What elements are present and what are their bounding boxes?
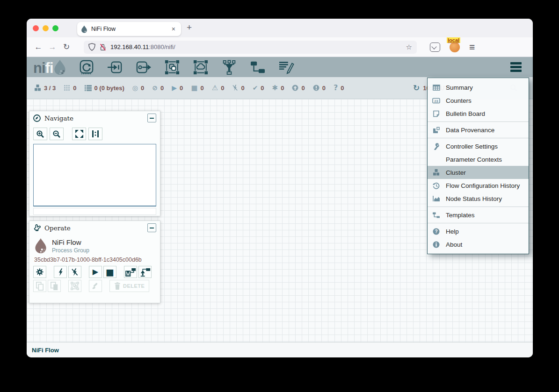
- tab-title: NiFi Flow: [91, 26, 170, 32]
- menu-item-summary[interactable]: Summary: [428, 81, 529, 94]
- play-icon: ▶: [93, 268, 98, 276]
- label-component[interactable]: [278, 59, 294, 75]
- funnel-component[interactable]: [221, 59, 237, 75]
- lightning-icon: [58, 268, 64, 276]
- input-port-component[interactable]: [107, 59, 123, 75]
- zoom-fit-button[interactable]: [72, 128, 86, 140]
- locally-modified-and-stale-status: 0: [313, 85, 326, 92]
- configuration-button[interactable]: [33, 266, 46, 278]
- navigate-tools: [29, 125, 160, 142]
- enable-button[interactable]: [54, 266, 67, 278]
- zoom-out-button[interactable]: [50, 128, 64, 140]
- menu-item-bulletin-board[interactable]: Bulletin Board: [428, 107, 529, 120]
- output-port-component[interactable]: [136, 59, 152, 75]
- active-threads-icon: [64, 85, 70, 91]
- global-menu: Summary 23 Counters Bulletin Board Data …: [427, 78, 529, 254]
- menu-item-templates[interactable]: Templates: [428, 208, 529, 221]
- menu-divider: [428, 207, 529, 207]
- start-button[interactable]: ▶: [89, 266, 102, 278]
- navigate-header: Navigate: [29, 111, 160, 125]
- operate-header: Operate: [29, 221, 160, 235]
- fill-color-button[interactable]: [89, 280, 102, 292]
- sync-failure-icon: ?: [334, 84, 338, 92]
- url-text[interactable]: 192.168.40.11:8080/nifi/: [110, 43, 406, 50]
- forward-button[interactable]: →: [45, 43, 59, 52]
- save-template-button[interactable]: [124, 266, 137, 278]
- running-status: ▶ 0: [172, 85, 183, 92]
- paste-button[interactable]: [48, 280, 61, 292]
- help-icon: ?: [432, 228, 440, 235]
- paste-icon: [50, 282, 58, 291]
- zoom-in-button[interactable]: [33, 128, 47, 140]
- logo-ni: ni: [33, 60, 45, 76]
- upload-template-button[interactable]: [138, 266, 152, 278]
- hand-icon: [33, 224, 41, 232]
- account-avatar[interactable]: local: [450, 42, 460, 52]
- group-icon: [71, 282, 79, 290]
- zoom-actual-size-button[interactable]: [88, 128, 102, 140]
- url-bar[interactable]: 192.168.40.11:8080/nifi/ ☆: [84, 41, 417, 54]
- url-host: 192.168.40.11: [110, 43, 149, 50]
- menu-item-cluster[interactable]: Cluster: [428, 166, 529, 179]
- transmitting-count: 0: [141, 85, 144, 92]
- process-group-component[interactable]: [164, 59, 180, 75]
- birdseye-footer: [33, 208, 156, 215]
- new-tab-button[interactable]: +: [187, 22, 192, 33]
- shield-icon[interactable]: [88, 43, 95, 51]
- remote-process-group-component[interactable]: [193, 59, 209, 75]
- copy-button[interactable]: [33, 280, 46, 292]
- invalid-icon: ⚠: [212, 85, 218, 92]
- menu-label: Bulletin Board: [446, 110, 485, 117]
- operate-panel: Operate NiFi Flow Process Group 35cbd3b7…: [29, 221, 160, 303]
- group-button[interactable]: [68, 280, 81, 292]
- menu-item-data-provenance[interactable]: Data Provenance: [428, 123, 529, 136]
- collapse-operate-button[interactable]: [147, 223, 156, 232]
- disable-button[interactable]: [68, 266, 81, 278]
- browser-tab[interactable]: NiFi Flow ×: [77, 22, 181, 36]
- zoom-window-button[interactable]: [52, 25, 58, 31]
- info-icon: [432, 241, 440, 248]
- refresh-icon[interactable]: ↻: [413, 84, 420, 92]
- navigate-title: Navigate: [44, 114, 144, 122]
- operate-title: Operate: [44, 224, 144, 232]
- save-template-icon: [125, 268, 136, 277]
- menu-item-counters[interactable]: 23 Counters: [428, 94, 529, 107]
- breadcrumb-root[interactable]: NiFi Flow: [32, 347, 59, 354]
- not-transmitting-icon: ⊘: [152, 85, 158, 91]
- delete-label: DELETE: [123, 283, 145, 289]
- menu-item-controller-settings[interactable]: Controller Settings: [428, 140, 529, 153]
- sync-failure-count: 0: [341, 85, 344, 92]
- menu-item-flow-configuration-history[interactable]: Flow Configuration History: [428, 179, 529, 192]
- pocket-icon[interactable]: [430, 43, 440, 52]
- processor-component[interactable]: [79, 59, 94, 75]
- browser-menu-icon[interactable]: ≡: [469, 42, 475, 53]
- up-to-date-count: 0: [261, 85, 264, 92]
- menu-label: Help: [446, 228, 459, 235]
- insecure-lock-icon[interactable]: [99, 43, 107, 51]
- menu-label: Flow Configuration History: [446, 182, 520, 189]
- menu-item-about[interactable]: About: [428, 238, 529, 251]
- menu-item-node-status-history[interactable]: Node Status History: [428, 192, 529, 205]
- menu-divider: [428, 223, 529, 223]
- close-window-button[interactable]: [33, 25, 39, 31]
- global-menu-button[interactable]: [510, 62, 526, 72]
- menu-item-parameter-contexts[interactable]: Parameter Contexts: [428, 153, 529, 166]
- stale-count: 0: [301, 85, 305, 92]
- reload-button[interactable]: ↻: [59, 42, 73, 52]
- menu-item-help[interactable]: ? Help: [428, 225, 529, 238]
- locally-modified-icon: ✱: [272, 85, 278, 92]
- collapse-navigate-button[interactable]: [147, 114, 156, 122]
- locally-modified-and-stale-count: 0: [322, 85, 326, 92]
- close-tab-icon[interactable]: ×: [170, 25, 177, 33]
- stop-button[interactable]: ■: [103, 266, 116, 278]
- template-component[interactable]: [250, 59, 266, 75]
- bookmark-star-icon[interactable]: ☆: [406, 43, 412, 51]
- birdseye-minimap[interactable]: [33, 144, 156, 207]
- running-count: 0: [180, 85, 183, 92]
- stale-status: 0: [292, 85, 305, 92]
- chart-icon: [432, 195, 440, 202]
- delete-button[interactable]: DELETE: [109, 280, 149, 292]
- selected-component: NiFi Flow Process Group: [29, 235, 160, 255]
- back-button[interactable]: ←: [31, 43, 45, 52]
- minimize-window-button[interactable]: [43, 25, 49, 31]
